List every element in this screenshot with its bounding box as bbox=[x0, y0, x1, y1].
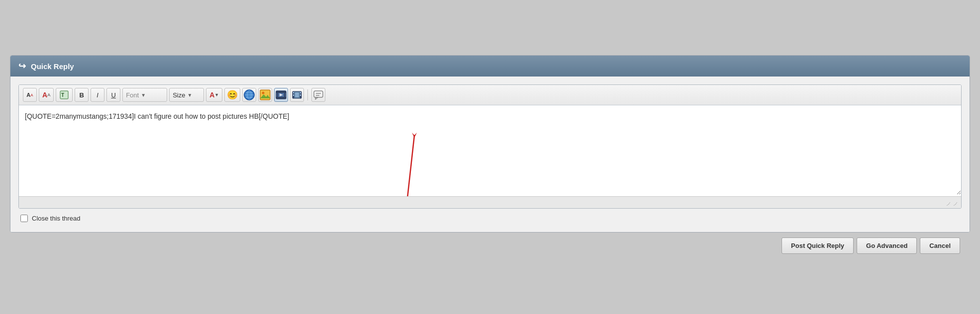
emoji-button[interactable]: 😊 bbox=[224, 88, 240, 102]
color-a-label: A bbox=[209, 91, 214, 99]
style-icon: T bbox=[59, 90, 69, 100]
resize-handle[interactable]: ⟋⟋ bbox=[945, 200, 959, 207]
toolbar: AA AA T B bbox=[19, 85, 961, 105]
underline-button[interactable]: U bbox=[106, 88, 120, 102]
svg-rect-21 bbox=[300, 92, 301, 93]
svg-marker-25 bbox=[315, 97, 318, 99]
editor-footer: ⟋⟋ bbox=[19, 196, 961, 208]
font-dropdown[interactable]: Font ▼ bbox=[122, 88, 167, 102]
font-small-icon: A bbox=[26, 92, 30, 98]
font-small-superscript: A bbox=[30, 93, 33, 97]
panel-header: ↩ Quick Reply bbox=[10, 56, 970, 77]
italic-button[interactable]: I bbox=[91, 88, 104, 102]
font-dropdown-label: Font bbox=[126, 91, 139, 99]
font-size-small-button[interactable]: AA bbox=[23, 88, 37, 102]
panel-title: Quick Reply bbox=[31, 62, 74, 71]
image-icon bbox=[260, 89, 271, 100]
svg-rect-14 bbox=[284, 91, 285, 99]
quick-reply-panel: ↩ Quick Reply AA AA bbox=[10, 55, 970, 233]
size-dropdown[interactable]: Size ▼ bbox=[169, 88, 204, 102]
svg-rect-13 bbox=[277, 91, 278, 99]
link-button[interactable] bbox=[242, 88, 256, 102]
svg-rect-23 bbox=[295, 92, 299, 97]
back-icon: ↩ bbox=[18, 61, 26, 72]
emoji-icon: 😊 bbox=[227, 89, 238, 100]
toolbar-separator bbox=[307, 89, 308, 100]
video-button[interactable] bbox=[274, 88, 288, 102]
close-thread-checkbox[interactable] bbox=[20, 215, 28, 222]
color-arrow: ▼ bbox=[214, 92, 219, 97]
filmstrip-button[interactable] bbox=[290, 88, 304, 102]
size-dropdown-label: Size bbox=[173, 91, 185, 99]
filmstrip-icon bbox=[292, 89, 302, 100]
bottom-action-bar: Post Quick Reply Go Advanced Cancel bbox=[10, 233, 970, 259]
quote-button[interactable] bbox=[311, 88, 325, 102]
post-quick-reply-button[interactable]: Post Quick Reply bbox=[782, 237, 854, 254]
image-button[interactable] bbox=[258, 88, 272, 102]
svg-rect-24 bbox=[314, 91, 323, 97]
svg-rect-20 bbox=[293, 94, 294, 96]
font-large-superscript: A bbox=[47, 92, 50, 97]
cancel-button[interactable]: Cancel bbox=[920, 237, 960, 254]
font-large-icon: A bbox=[42, 91, 47, 99]
text-area-section: [QUOTE=2manymustangs;171934]I can't figu… bbox=[19, 105, 961, 196]
quote-icon bbox=[313, 89, 324, 100]
video-icon bbox=[276, 89, 287, 100]
editor-container: AA AA T B bbox=[18, 84, 962, 209]
panel-body: AA AA T B bbox=[10, 77, 970, 232]
color-button[interactable]: A ▼ bbox=[206, 88, 222, 102]
close-thread-label[interactable]: Close this thread bbox=[32, 215, 81, 222]
font-size-large-button[interactable]: AA bbox=[39, 88, 54, 102]
font-dropdown-arrow: ▼ bbox=[141, 92, 146, 98]
style-button[interactable]: T bbox=[56, 88, 73, 102]
svg-rect-19 bbox=[293, 92, 294, 93]
svg-rect-22 bbox=[300, 94, 301, 96]
reply-textarea[interactable]: [QUOTE=2manymustangs;171934]I can't figu… bbox=[19, 105, 961, 195]
bold-button[interactable]: B bbox=[75, 88, 89, 102]
svg-point-8 bbox=[262, 92, 265, 94]
close-thread-row: Close this thread bbox=[18, 209, 962, 224]
size-dropdown-arrow: ▼ bbox=[187, 92, 192, 98]
globe-icon bbox=[244, 89, 255, 100]
svg-text:T: T bbox=[61, 92, 64, 98]
go-advanced-button[interactable]: Go Advanced bbox=[857, 237, 917, 254]
